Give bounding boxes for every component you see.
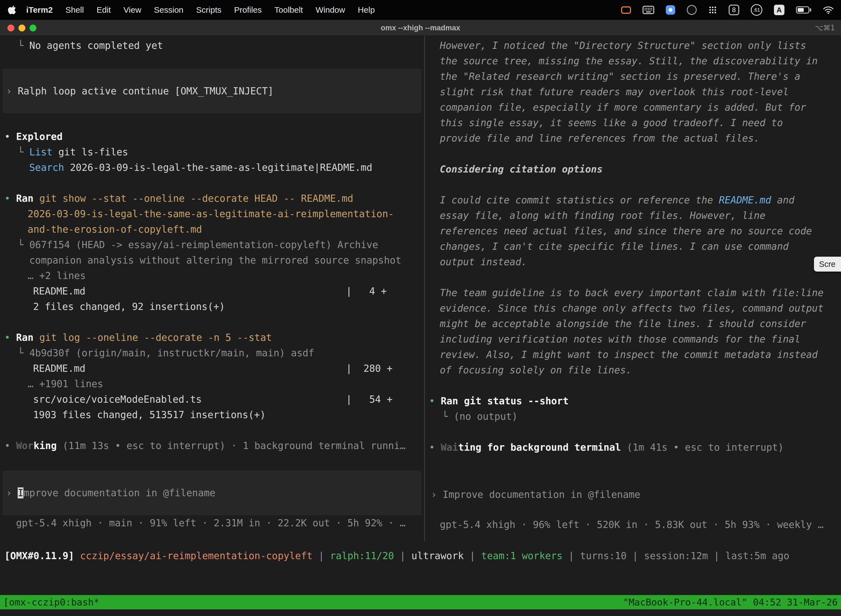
- text-segment: Improve documentation in @filename: [442, 489, 640, 500]
- text-segment: └: [18, 348, 29, 358]
- terminal-line: • Ran git log --oneline --decorate -n 5 …: [0, 330, 424, 345]
- spacer: [425, 424, 841, 440]
- menu-item-window[interactable]: Window: [309, 5, 352, 15]
- menu-item-session[interactable]: Session: [148, 5, 190, 15]
- spacer: [425, 455, 841, 472]
- text-segment: cczip/essay/ai-reimplementation-copyleft: [80, 550, 313, 561]
- text-segment: [OMX#0.11.9]: [4, 550, 74, 561]
- text-segment: 2 files changed, 92 insertions(+): [33, 301, 225, 312]
- text-segment: essay file, along with finding root file…: [440, 210, 765, 221]
- input-source-icon[interactable]: A: [774, 5, 784, 15]
- text-segment: | 4 +: [346, 283, 387, 299]
- terminal-line: the source tree, missing the essay. Stil…: [425, 53, 841, 69]
- prompt-input[interactable]: › Improve documentation in @filename: [428, 472, 838, 517]
- terminal-line: • Waiting for background terminal (1m 41…: [425, 440, 841, 455]
- text-segment: |: [708, 550, 725, 561]
- text-segment: Considering citation options: [440, 164, 603, 175]
- terminal-line: might be acceptable alongside the file l…: [425, 316, 841, 331]
- text-segment: | 280 +: [346, 361, 393, 376]
- text-segment: 4b9d30f (origin/main, instructkr/main, m…: [29, 348, 314, 358]
- text-segment: session:12m: [644, 550, 708, 561]
- terminal-line: companion file, especially if more comme…: [425, 100, 841, 115]
- text-segment: gpt-5.4 xhigh · 96% left · 520K in · 5.8…: [440, 519, 823, 530]
- menu-item-toolbelt[interactable]: Toolbelt: [268, 5, 309, 15]
- text-segment: └: [18, 239, 29, 250]
- terminal-line: references need actual files, and since …: [425, 223, 841, 239]
- wifi-icon[interactable]: [823, 6, 834, 14]
- terminal-line: • Explored: [0, 129, 424, 144]
- text-segment: king: [34, 440, 57, 451]
- text-segment: List: [29, 147, 53, 158]
- text-segment: |: [627, 550, 644, 561]
- text-segment: Ran: [16, 193, 34, 204]
- menu-item-profiles[interactable]: Profiles: [228, 5, 268, 15]
- terminal-line: • Ran git show --stat --oneline --decora…: [0, 191, 424, 206]
- blue-app-icon[interactable]: [666, 5, 675, 15]
- terminal-line: 2 files changed, 92 insertions(+): [0, 299, 424, 314]
- keyboard-glyph: [643, 6, 654, 14]
- macos-menubar: iTerm2ShellEditViewSessionScriptsProfile…: [0, 0, 841, 20]
- zoom-button[interactable]: [29, 25, 37, 31]
- terminal-line: including verification notes with those …: [425, 331, 841, 347]
- keyboard-icon[interactable]: [643, 6, 654, 14]
- text-segment: review. Also, I might want to inspect th…: [440, 349, 818, 360]
- text-segment: git log --oneline --decorate -n 5 --stat: [39, 332, 272, 343]
- battery-icon[interactable]: [796, 6, 811, 13]
- menubar-status-icons: 8 .61 A: [621, 4, 841, 16]
- text-segment: •: [4, 440, 16, 451]
- text-segment: [458, 396, 464, 406]
- terminal-line: evidence. Since this change only affects…: [425, 301, 841, 316]
- text-segment: |: [464, 550, 481, 561]
- terminal-line: └ 067f154 (HEAD -> essay/ai-reimplementa…: [0, 237, 424, 252]
- terminal-line: review. Also, I might want to inspect th…: [425, 347, 841, 362]
- text-segment: git show --stat --oneline --decorate HEA…: [39, 193, 353, 204]
- menu-item-shell[interactable]: Shell: [59, 5, 90, 15]
- text-segment: references need actual files, and since …: [440, 226, 812, 236]
- terminal-line: └ No agents completed yet: [0, 38, 424, 53]
- apps-grid-icon[interactable]: [708, 6, 717, 14]
- text-segment: 2026-03-09-is-legal-the-same-as-legitima…: [64, 162, 372, 173]
- screen-recording-icon[interactable]: [621, 6, 631, 14]
- text-segment: | 54 +: [346, 392, 393, 407]
- menu-item-scripts[interactable]: Scripts: [190, 5, 228, 15]
- tmux-session-label: [omx-cczip0:bash*: [3, 595, 99, 609]
- spacer: [0, 422, 424, 438]
- text-segment: (11m 13s • esc to interrupt) · 1 backgro…: [57, 440, 406, 451]
- menu-item-help[interactable]: Help: [352, 5, 381, 15]
- minimize-button[interactable]: [19, 25, 25, 31]
- text-segment: └: [18, 147, 29, 158]
- text-segment: ›: [6, 85, 18, 97]
- text-segment: [34, 332, 39, 343]
- spacer: [425, 378, 841, 393]
- text-segment: However, I noticed the "Directory Struct…: [440, 40, 806, 51]
- spacer: [425, 177, 841, 192]
- terminal-line: However, I noticed the "Directory Struct…: [425, 38, 841, 53]
- traffic-lights: [7, 25, 37, 31]
- battery-tip: [810, 8, 811, 12]
- text-segment: •: [429, 442, 441, 453]
- menu-item-edit[interactable]: Edit: [90, 5, 117, 15]
- battery-percent-icon[interactable]: .61: [751, 4, 762, 16]
- terminal-line: I could cite commit statistics or refere…: [425, 192, 841, 208]
- text-segment: •: [429, 396, 441, 406]
- tmux-statusbar: [omx-cczip0:bash* "MacBook-Pro-44.local"…: [0, 595, 841, 609]
- text-segment: output instead.: [440, 257, 527, 267]
- apps-grid-glyph: [708, 6, 717, 14]
- keycap-icon[interactable]: 8: [729, 5, 739, 15]
- terminal-line: • Ran git status --short: [425, 393, 841, 409]
- text-segment: gpt-5.4 xhigh · main · 91% left · 2.31M …: [16, 518, 406, 528]
- close-button[interactable]: [7, 25, 14, 31]
- prompt-input[interactable]: › Improve documentation in @filename: [3, 471, 421, 515]
- menu-item-view[interactable]: View: [117, 5, 148, 15]
- menu-item-iterm2[interactable]: iTerm2: [20, 5, 59, 15]
- edge-tooltip[interactable]: Scre: [814, 257, 841, 271]
- apple-menu[interactable]: [0, 5, 20, 15]
- dark-app-icon[interactable]: [687, 5, 697, 15]
- terminal-line: changes, I can't cite specific file line…: [425, 239, 841, 254]
- text-segment: [34, 193, 39, 204]
- text-segment: ultrawork: [412, 550, 464, 561]
- terminal-line: └ 4b9d30f (origin/main, instructkr/main,…: [0, 345, 424, 361]
- text-segment: and: [771, 195, 794, 205]
- terminal-line: companion analysis without altering the …: [0, 252, 424, 268]
- text-segment: [74, 550, 80, 561]
